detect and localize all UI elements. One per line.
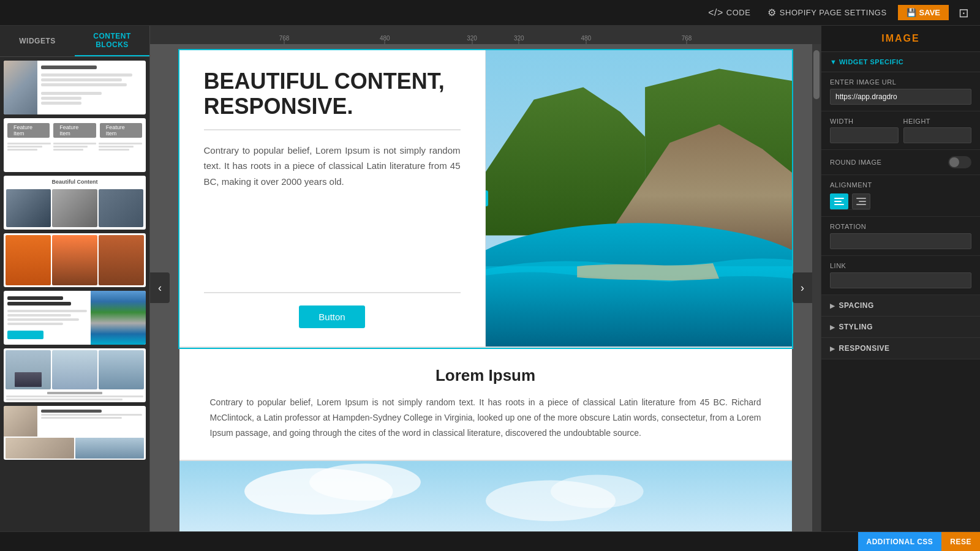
save-button[interactable]: 💾 SAVE [898,5,949,20]
hero-image-container [486,50,792,347]
settings-button[interactable]: ⚙ SHOPIFY PAGE SETTINGS [761,4,892,21]
save-icon: 💾 [907,8,916,17]
bottom-bar: ADDITIONAL CSS RESE [0,531,980,551]
canvas-nav-right-button[interactable]: › [793,272,812,303]
expand-button[interactable]: ⊡ [954,3,974,23]
panel-header: IMAGE [821,26,980,52]
widget-specific-text: ▼ WIDGET SPECIFIC [830,58,903,66]
height-item: HEIGHT [903,118,972,143]
widget-context-menu[interactable] [486,190,488,206]
ruler: 768 480 320 320 480 768 [150,26,821,44]
styling-section[interactable]: ▶ STYLING [821,317,980,338]
code-icon: </> [708,7,723,18]
rotation-label: ROTATION [830,223,971,230]
responsive-label: RESPONSIVE [839,344,890,353]
dimensions-row: WIDTH HEIGHT [821,111,980,150]
right-panel: IMAGE ▼ WIDGET SPECIFIC ENTER IMAGE URL … [821,26,980,531]
canvas-area: 768 480 320 320 480 768 ‹ › [150,26,821,531]
canvas-wrapper[interactable]: ‹ › BEAUTIFUL CONTENT, RESPONSIVE. Contr… [150,44,821,531]
width-item: WIDTH [830,118,899,143]
link-input[interactable] [830,272,971,288]
list-item[interactable] [4,61,146,114]
svg-point-8 [309,463,421,501]
additional-css-button[interactable]: ADDITIONAL CSS [858,532,942,551]
hero-image [486,50,792,347]
settings-label: SHOPIFY PAGE SETTINGS [780,8,887,17]
height-label: HEIGHT [903,118,972,125]
save-label: SAVE [919,8,940,17]
canvas-nav-left-button[interactable]: ‹ [150,272,170,303]
spacing-label: SPACING [839,301,874,310]
image-url-input[interactable] [830,89,971,105]
hero-section: BEAUTIFUL CONTENT, RESPONSIVE. Contrary … [179,50,792,348]
alignment-field: ALIGNMENT [821,175,980,217]
alignment-label: ALIGNMENT [830,181,872,189]
height-input[interactable] [903,127,972,143]
styling-chevron: ▶ [830,324,835,331]
section2-title: Lorem Ipsum [210,366,761,385]
styling-label: STYLING [839,323,873,331]
widget-specific-label: ▼ WIDGET SPECIFIC [821,52,980,72]
text-section: Lorem Ipsum Contrary to popular belief, … [179,348,792,461]
hero-body: Contrary to popular belief, Lorem Ipsum … [204,143,461,293]
page-canvas: BEAUTIFUL CONTENT, RESPONSIVE. Contrary … [179,50,792,531]
reset-button[interactable]: RESE [941,532,980,551]
round-image-label: ROUND IMAGE [830,159,881,166]
gear-icon: ⚙ [767,7,777,18]
responsive-chevron: ▶ [830,345,835,352]
spacing-chevron: ▶ [830,302,835,309]
svg-point-10 [551,474,644,508]
align-left-button[interactable] [830,193,848,209]
list-item[interactable]: Feature Item Feature Item Feature Item [4,118,146,172]
width-label: WIDTH [830,118,899,125]
code-button[interactable]: </> CODE [702,5,756,21]
width-input[interactable] [830,127,899,143]
sidebar-tabs: WIDGETS CONTENT BLOCKS [0,26,149,57]
bottom-image-section [179,461,792,531]
round-image-switch[interactable] [948,156,971,168]
align-right-icon [856,198,866,205]
scroll-thumb [813,50,820,99]
hero-button-wrap: Button [204,293,461,328]
round-image-field: ROUND IMAGE [821,150,980,175]
list-item[interactable] [4,233,146,287]
alignment-buttons [830,193,870,210]
topbar: </> CODE ⚙ SHOPIFY PAGE SETTINGS 💾 SAVE … [0,0,980,26]
hero-button[interactable]: Button [299,305,364,328]
rotation-field: ROTATION [821,217,980,256]
code-label: CODE [726,8,751,17]
rotation-input[interactable] [830,233,971,249]
main-layout: WIDGETS CONTENT BLOCKS [0,26,980,531]
list-item[interactable] [4,291,146,345]
list-item[interactable] [4,406,146,460]
left-sidebar: WIDGETS CONTENT BLOCKS [0,26,150,531]
image-url-label: ENTER IMAGE URL [830,78,971,86]
responsive-section[interactable]: ▶ RESPONSIVE [821,338,980,359]
hero-title: BEAUTIFUL CONTENT, RESPONSIVE. [204,69,461,130]
bottom-image-svg [179,461,792,531]
spacing-section[interactable]: ▶ SPACING [821,295,980,317]
align-left-icon [834,198,844,205]
align-right-button[interactable] [852,193,870,209]
thumb-text [37,61,146,114]
link-field: LINK [821,256,980,295]
hero-left: BEAUTIFUL CONTENT, RESPONSIVE. Contrary … [179,50,486,347]
tab-content-blocks[interactable]: CONTENT BLOCKS [75,26,149,56]
link-label: LINK [830,262,971,269]
round-image-toggle [948,156,971,168]
thumb-image [4,61,37,114]
list-item[interactable]: Beautiful Content [4,176,146,230]
image-url-field: ENTER IMAGE URL [821,72,980,111]
hero-svg [486,50,792,347]
widget-list: Feature Item Feature Item Feature Item [0,57,149,531]
tab-widgets[interactable]: WIDGETS [0,26,75,56]
list-item[interactable] [4,348,146,402]
section2-body: Contrary to popular belief, Lorem Ipsum … [210,395,761,441]
canvas-scroll-vertical[interactable] [812,44,821,531]
